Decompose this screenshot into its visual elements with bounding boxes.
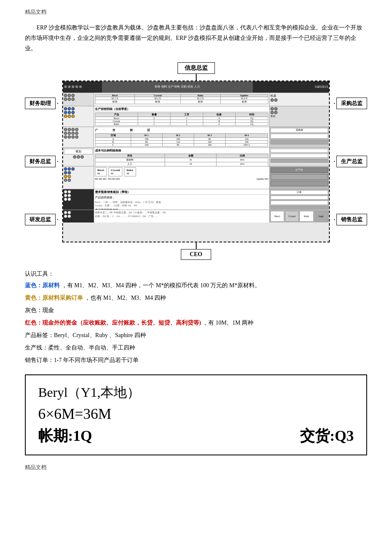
legend-red-prefix: 红色：现金外的资金（应收账款、应付账款，长贷、短贷、高利贷等) [25,320,201,326]
left-label-1: 财务总监 [25,156,56,167]
big-card-jiaohuo: 交货:Q3 [300,426,354,446]
legend-sales-orders: 销售订单：1-7 年不同市场不同产品若干订单 [25,357,139,363]
watermark-top: 精品文档 [25,8,367,16]
org-top-label: 信息总监 [178,62,215,74]
top-connector [196,74,197,81]
legend-yellow-suffix: ，也有 M1、M2、M3、M4 四种 [85,295,166,301]
big-card: Beryl（Y1,本地） 6×6M=36M 帐期:1Q 交货:Q3 [25,374,367,455]
legend-gray-prefix: 灰色：现金 [25,307,54,313]
big-card-line3: 帐期:1Q 交货:Q3 [38,426,354,446]
legend-production-lines: 生产线：柔性、全自动、半自动、手工四种 [25,345,135,351]
org-left-labels: 财务助理 财务总监 研发总监 [25,81,62,242]
watermark-bottom: 精品文档 [25,464,367,471]
left-label-0: 财务助理 [25,98,56,109]
legend-section: 认识工具： 蓝色：原材料 ，有 M1、M2、M3、M4 四种，一个 M*的模拟币… [25,268,367,366]
legend-red-suffix: ，有 10M、1M 两种 [202,320,253,326]
right-label-1: 生产总监 [336,156,367,167]
legend-line-0: 蓝色：原材料 ，有 M1、M2、M3、M4 四种，一个 M*的模拟币代表 100… [25,280,367,291]
legend-blue-prefix: 蓝色：原材料 [25,282,60,289]
legend-line-5: 生产线：柔性、全自动、半自动、手工四种 [25,342,367,354]
legend-line-4: 产品标签：Beryl、Crystal、Ruby 、Saphire 四种 [25,330,367,341]
org-bottom-label: CEO [181,249,211,260]
legend-yellow-prefix: 黄色：原材料采购订单 [25,295,83,301]
legend-line-2: 灰色：现金 [25,305,367,316]
big-card-zhangqi: 帐期:1Q [38,426,92,446]
bottom-connector [196,242,197,249]
legend-products: 产品标签：Beryl、Crystal、Ruby 、Saphire 四种 [25,332,146,338]
legend-blue-suffix: ，有 M1、M2、M3、M4 四种，一个 M*的模拟币代表 100 万元的 M*… [61,282,261,289]
right-label-2: 销售总监 [336,214,367,225]
right-label-0: 采购总监 [336,98,367,109]
org-diagram: 信息总监 财务助理 财务总监 研发总监 [25,62,367,260]
left-label-2: 研发总监 [25,214,56,225]
board-main: 财务 物料 生产 销售 采购 研发 人力 S4H1R1S BerylCrysta… [62,81,330,242]
intro-paragraph: ERP 沙盒模拟教学以一套沙盘教具为载体。沙盘教具主要包括：沙盘盘面八张，代表八… [25,22,367,54]
org-right-labels: 采购总监 生产总监 销售总监 [330,81,367,242]
big-card-line1: Beryl（Y1,本地） [38,384,354,402]
legend-title: 认识工具： [25,271,54,277]
big-card-line2: 6×6M=36M [38,405,354,423]
legend-line-3: 红色：现金外的资金（应收账款、应付账款，长贷、短贷、高利贷等) ，有 10M、1… [25,317,367,329]
legend-line-1: 黄色：原材料采购订单 ，也有 M1、M2、M3、M4 四种 [25,292,367,304]
legend-line-6: 销售订单：1-7 年不同市场不同产品若干订单 [25,355,367,366]
